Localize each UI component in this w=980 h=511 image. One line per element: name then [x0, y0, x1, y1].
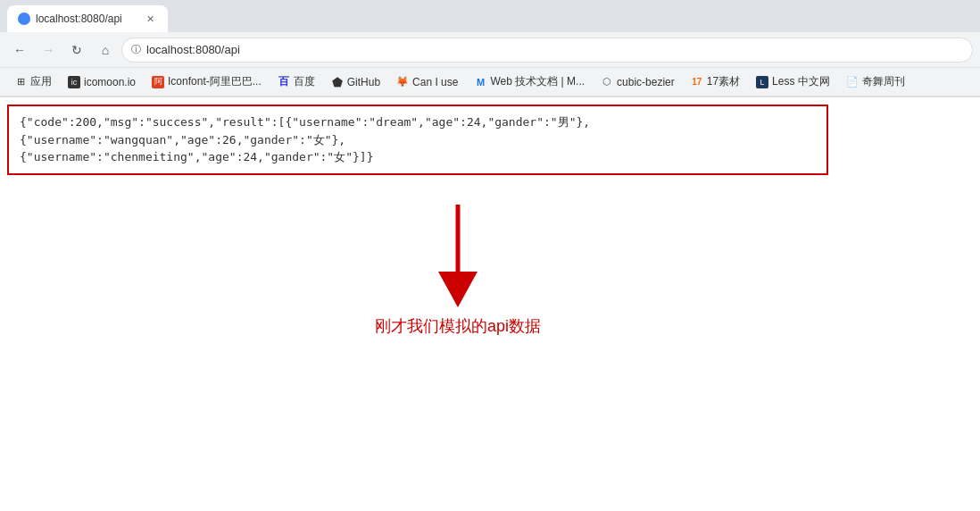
nav-bar: ← → ↻ ⌂ ⓘ localhost:8080/api — [0, 32, 980, 68]
json-line-1: {"code":200,"msg":"success","result":[{"… — [20, 113, 816, 148]
annotation-arrow-container: 刚才我们模拟的api数据 — [375, 205, 541, 337]
bookmark-less[interactable]: L Less 中文网 — [749, 71, 837, 93]
active-tab[interactable]: localhost:8080/api ✕ — [7, 5, 168, 32]
bookmark-cubic-label: cubic-bezier — [617, 76, 675, 88]
bookmark-less-label: Less 中文网 — [772, 74, 830, 89]
bookmark-apps-label: 应用 — [30, 74, 52, 89]
tab-favicon — [18, 13, 30, 25]
bookmark-iconfont-label: Iconfont-阿里巴巴... — [168, 74, 262, 89]
annotation-arrow — [431, 205, 485, 312]
bookmark-apps[interactable]: ⊞ 应用 — [7, 71, 59, 93]
iconfont-icon: 阿 — [152, 76, 164, 88]
bookmark-canuse-label: Can I use — [412, 76, 458, 88]
icomoon-icon: ic — [68, 76, 80, 88]
bookmark-icomoon[interactable]: ic icomoon.io — [61, 71, 143, 93]
cubic-icon: ⬡ — [601, 76, 613, 88]
bookmark-iconfont[interactable]: 阿 Iconfont-阿里巴巴... — [145, 71, 269, 93]
back-button[interactable]: ← — [7, 38, 32, 63]
tab-close-button[interactable]: ✕ — [143, 12, 157, 26]
qishe-icon: 📄 — [846, 76, 859, 88]
canuse-icon: 🦊 — [396, 76, 409, 88]
address-bar[interactable]: ⓘ localhost:8080/api — [121, 38, 973, 63]
less-icon: L — [756, 76, 768, 88]
refresh-button[interactable]: ↻ — [64, 38, 89, 63]
page-content: {"code":200,"msg":"success","result":[{"… — [0, 97, 980, 511]
bookmark-github-label: GitHub — [347, 76, 380, 88]
bookmark-17cai-label: 17素材 — [707, 74, 740, 89]
bookmarks-bar: ⊞ 应用 ic icomoon.io 阿 Iconfont-阿里巴巴... 百 … — [0, 68, 980, 96]
baidu-icon: 百 — [278, 76, 290, 88]
github-icon: ⬟ — [331, 76, 344, 88]
bookmark-web[interactable]: M Web 技术文档 | M... — [467, 71, 592, 93]
bookmark-cubic[interactable]: ⬡ cubic-bezier — [594, 71, 682, 93]
address-text: localhost:8080/api — [146, 43, 963, 56]
bookmark-baidu[interactable]: 百 百度 — [270, 71, 322, 93]
web-icon: M — [474, 76, 486, 88]
17cai-icon: 17 — [691, 76, 703, 88]
tab-title: localhost:8080/api — [36, 13, 122, 25]
annotation-label: 刚才我们模拟的api数据 — [375, 315, 541, 337]
lock-icon: ⓘ — [131, 43, 141, 56]
json-line-2: {"username":"chenmeiting","age":24,"gand… — [20, 148, 816, 166]
bookmark-github[interactable]: ⬟ GitHub — [324, 71, 387, 93]
svg-marker-1 — [438, 272, 478, 307]
bookmark-web-label: Web 技术文档 | M... — [490, 74, 585, 89]
bookmark-qishe[interactable]: 📄 奇舞周刊 — [839, 71, 912, 93]
json-response-box: {"code":200,"msg":"success","result":[{"… — [7, 105, 828, 175]
browser-chrome: localhost:8080/api ✕ ← → ↻ ⌂ ⓘ localhost… — [0, 0, 980, 97]
apps-icon: ⊞ — [14, 76, 27, 88]
tab-bar: localhost:8080/api ✕ — [0, 0, 980, 32]
bookmark-qishe-label: 奇舞周刊 — [862, 74, 905, 89]
bookmark-canuse[interactable]: 🦊 Can I use — [389, 71, 465, 93]
bookmark-baidu-label: 百度 — [294, 74, 315, 89]
bookmark-17cai[interactable]: 17 17素材 — [684, 71, 747, 93]
home-button[interactable]: ⌂ — [93, 38, 118, 63]
bookmark-icomoon-label: icomoon.io — [84, 76, 136, 88]
forward-button[interactable]: → — [36, 38, 61, 63]
